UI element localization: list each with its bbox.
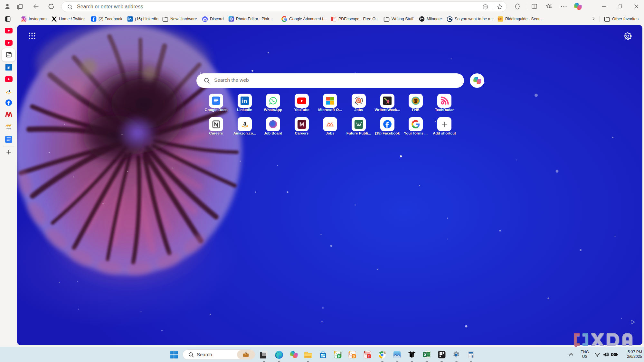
svg-text:S: S — [353, 355, 355, 358]
svg-text:a: a — [7, 88, 10, 93]
svg-text:a: a — [243, 120, 246, 127]
svg-text:RG: RG — [498, 18, 502, 21]
svg-text:T: T — [368, 355, 370, 358]
svg-text:P: P — [338, 355, 340, 358]
svg-text:Brixor: Brixor — [6, 128, 11, 130]
